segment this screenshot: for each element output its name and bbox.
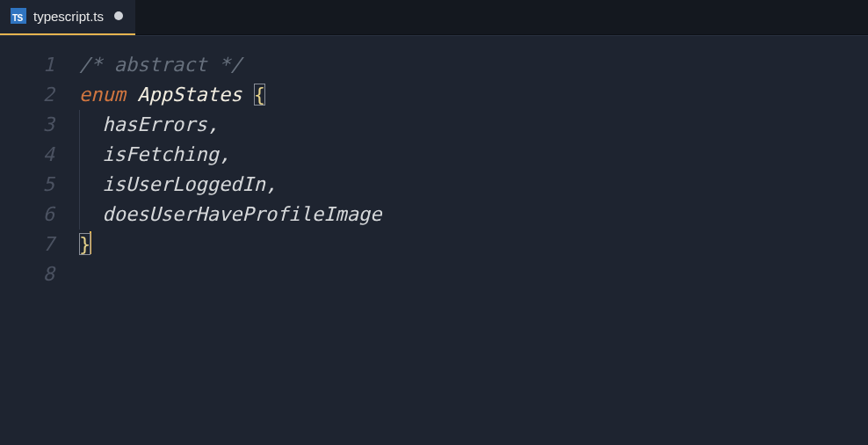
code-line: doesUserHaveProfileImage xyxy=(79,200,868,230)
code-line: /* abstract */ xyxy=(79,50,868,80)
type-name-token: AppStates xyxy=(137,84,242,106)
enum-member-token: doesUserHaveProfileImage xyxy=(103,203,382,225)
tab-typescript[interactable]: TS typescript.ts xyxy=(0,0,135,35)
editor[interactable]: 1 2 3 4 5 6 7 8 /* abstract */ enum AppS… xyxy=(0,35,868,445)
enum-member-token: hasErrors xyxy=(103,113,207,135)
line-number: 7 xyxy=(0,230,79,259)
code-line: } xyxy=(79,230,868,259)
enum-member-token: isUserLoggedIn xyxy=(103,173,265,195)
line-number-gutter: 1 2 3 4 5 6 7 8 xyxy=(0,36,79,445)
comma-token: , xyxy=(207,113,219,135)
line-number: 5 xyxy=(0,170,79,200)
code-line xyxy=(79,259,868,289)
tab-bar-empty xyxy=(135,0,868,35)
dirty-indicator-icon xyxy=(114,11,123,20)
comma-token: , xyxy=(265,173,277,195)
line-number: 1 xyxy=(0,50,79,80)
line-number: 4 xyxy=(0,140,79,170)
text-cursor xyxy=(90,231,91,254)
enum-member-token: isFetching xyxy=(103,143,219,165)
keyword-token: enum xyxy=(79,84,126,106)
line-number: 8 xyxy=(0,259,79,289)
code-area[interactable]: /* abstract */ enum AppStates { hasError… xyxy=(79,36,868,445)
tab-bar: TS typescript.ts xyxy=(0,0,868,35)
brace-open-token: { xyxy=(254,84,265,106)
typescript-file-icon: TS xyxy=(11,8,26,24)
line-number: 3 xyxy=(0,110,79,140)
tab-title: typescript.ts xyxy=(33,9,104,24)
line-number: 2 xyxy=(0,80,79,110)
brace-close-token: } xyxy=(79,233,90,255)
comma-token: , xyxy=(219,143,230,165)
line-number: 6 xyxy=(0,200,79,230)
comment-token: /* abstract */ xyxy=(79,54,242,76)
code-line: enum AppStates { xyxy=(79,80,868,110)
code-line: isFetching, xyxy=(79,140,868,170)
code-line: hasErrors, xyxy=(79,110,868,140)
code-line: isUserLoggedIn, xyxy=(79,170,868,200)
